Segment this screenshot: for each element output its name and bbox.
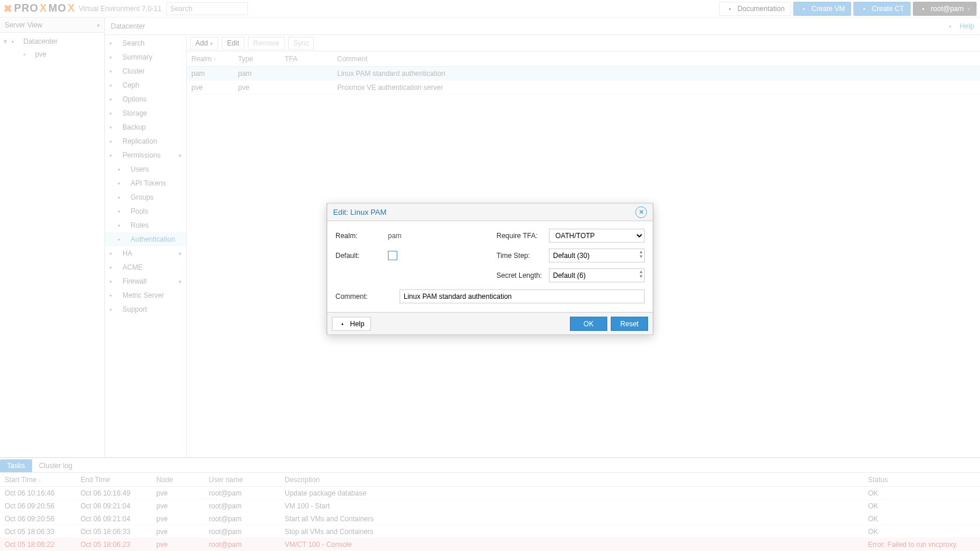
dialog-footer: Help OK Reset <box>327 312 653 334</box>
require-tfa-select[interactable]: OATH/TOTP <box>549 229 645 243</box>
field-realm: Realm: pam <box>335 228 482 243</box>
default-checkbox[interactable] <box>388 251 397 260</box>
field-secret-length: Secret Length: ▲▼ <box>496 268 645 283</box>
dialog-close-button[interactable]: ✕ <box>635 206 647 218</box>
time-step-input[interactable] <box>549 249 645 263</box>
field-default: Default: <box>335 248 482 263</box>
edit-realm-dialog: Edit: Linux PAM ✕ Realm: pam Default: Re… <box>327 203 653 335</box>
comment-label: Comment: <box>335 292 400 301</box>
dialog-titlebar: Edit: Linux PAM ✕ <box>327 204 653 221</box>
field-time-step: Time Step: ▲▼ <box>496 248 645 263</box>
secret-length-input[interactable] <box>549 268 645 283</box>
require-tfa-label: Require TFA: <box>496 232 549 240</box>
time-step-label: Time Step: <box>496 252 549 260</box>
dialog-help-label: Help <box>350 319 365 327</box>
realm-label: Realm: <box>335 232 388 240</box>
spinner-buttons[interactable]: ▲▼ <box>639 270 643 279</box>
help-icon <box>338 319 346 327</box>
realm-value: pam <box>388 232 401 240</box>
dialog-title-text: Edit: Linux PAM <box>333 208 387 217</box>
field-comment: Comment: <box>335 289 645 304</box>
dialog-body: Realm: pam Default: Require TFA: OATH/TO… <box>327 221 653 312</box>
secret-length-label: Secret Length: <box>496 271 549 280</box>
comment-input[interactable] <box>400 290 645 304</box>
dialog-ok-button[interactable]: OK <box>570 316 607 330</box>
field-require-tfa: Require TFA: OATH/TOTP <box>496 228 645 243</box>
default-label: Default: <box>335 252 388 260</box>
spinner-buttons[interactable]: ▲▼ <box>639 250 643 259</box>
dialog-reset-button[interactable]: Reset <box>611 316 648 330</box>
dialog-help-button[interactable]: Help <box>332 316 371 330</box>
